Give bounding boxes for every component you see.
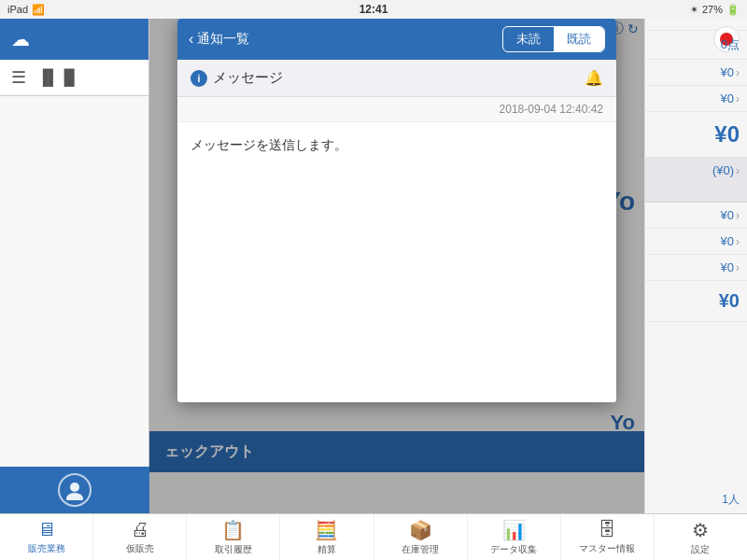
tab-settings-label: 設定	[691, 543, 710, 556]
cloud-icon: ☁	[11, 28, 30, 50]
svg-point-0	[70, 483, 79, 492]
ipad-label: iPad	[7, 4, 28, 15]
tab-data-label: データ収集	[490, 543, 537, 556]
tab-history-label: 取引履歴	[215, 543, 252, 556]
tab-sales-label: 販売業務	[28, 542, 65, 555]
history-icon: 📋	[221, 519, 245, 541]
right-panel: Yo Yo 0点 ¥0 › ¥0 ›	[149, 19, 747, 513]
info-column: 0点 ¥0 › ¥0 › ¥0 (¥0) ›	[644, 19, 747, 513]
data-icon: 📊	[502, 519, 526, 541]
amount5-row: ¥0 ›	[645, 255, 747, 281]
notif-back-button[interactable]: ‹ 通知一覧	[189, 31, 249, 48]
tab-return-label: 仮販売	[126, 542, 154, 555]
amount2-row: ¥0 ›	[645, 86, 747, 112]
hamburger-icon[interactable]: ☰	[11, 67, 26, 88]
wifi-icon: 📶	[32, 4, 45, 16]
tab-return[interactable]: 🖨 仮販売	[93, 514, 187, 560]
battery-label: 27%	[702, 4, 723, 15]
status-bar: iPad 📶 12:41 ✴ 27% 🔋	[0, 0, 747, 19]
tab-history[interactable]: 📋 取引履歴	[187, 514, 280, 560]
tab-data[interactable]: 📊 データ収集	[468, 514, 561, 560]
amount4-row: ¥0 ›	[645, 229, 747, 255]
tab-master-label: マスター情報	[579, 542, 635, 555]
sidebar-icons: ☰ ▐▌▐▌	[0, 60, 148, 96]
bell-icon: 🔔	[585, 69, 603, 87]
calc-icon: 🧮	[315, 519, 338, 541]
tab-inventory[interactable]: 📦 在庫管理	[374, 514, 468, 560]
clock: 12:41	[359, 3, 388, 16]
app: ☁ ☰ ▐▌▐▌ Yo Yo 0点	[0, 19, 747, 560]
notif-message-label: メッセージ	[213, 69, 283, 87]
notification-overlay: ‹ 通知一覧 未読 既読 i メッセージ 🔔	[149, 19, 644, 513]
tab-settings[interactable]: ⚙ 設定	[655, 514, 747, 560]
bottom-left-area	[0, 467, 149, 513]
tab-calc-label: 精算	[317, 543, 336, 556]
back-chevron-icon: ‹	[189, 31, 193, 48]
tab-sales[interactable]: 🖥 販売業務	[0, 514, 93, 560]
amount3-row: ¥0 ›	[645, 203, 747, 229]
svg-point-1	[66, 493, 83, 500]
notif-header: ‹ 通知一覧 未読 既読	[177, 19, 616, 60]
sidebar: ☁ ☰ ▐▌▐▌	[0, 19, 149, 513]
inventory-icon: 📦	[409, 519, 432, 541]
paren-row: (¥0) ›	[645, 158, 747, 184]
battery-icon: 🔋	[726, 4, 740, 16]
notif-body: i メッセージ 🔔 2018-09-04 12:40:42 メッセージを送信しま…	[177, 60, 616, 402]
content-area: ☁ ☰ ▐▌▐▌ Yo Yo 0点	[0, 19, 747, 513]
tab-read[interactable]: 既読	[554, 27, 604, 51]
tab-unread[interactable]: 未読	[503, 27, 554, 51]
tab-bar: 🖥 販売業務 🖨 仮販売 📋 取引履歴 🧮 精算 📦 在庫管理 📊 データ収集 …	[0, 513, 747, 560]
sales-icon: 🖥	[37, 519, 56, 540]
settings-icon: ⚙	[692, 519, 709, 541]
user-avatar[interactable]	[58, 473, 92, 507]
master-icon: 🗄	[598, 519, 616, 540]
notif-timestamp: 2018-09-04 12:40:42	[177, 97, 616, 122]
points-row: 0点	[645, 31, 747, 60]
tab-inventory-label: 在庫管理	[402, 543, 439, 556]
notif-content: メッセージを送信します。	[177, 122, 616, 402]
barcode-icon[interactable]: ▐▌▐▌	[37, 69, 79, 86]
notif-tab-group: 未読 既読	[502, 26, 605, 52]
total-bottom-row: ¥0	[645, 281, 747, 322]
sidebar-header: ☁	[0, 19, 148, 60]
notification-panel: ‹ 通知一覧 未読 既読 i メッセージ 🔔	[177, 19, 616, 402]
amount1-row: ¥0 ›	[645, 60, 747, 86]
bluetooth-icon: ✴	[690, 4, 698, 16]
return-icon: 🖨	[131, 519, 149, 540]
notif-info-icon: i	[190, 70, 207, 87]
notif-message-header: i メッセージ 🔔	[177, 60, 616, 97]
total-large-row: ¥0	[645, 112, 747, 158]
tab-master[interactable]: 🗄 マスター情報	[561, 514, 655, 560]
sidebar-body	[0, 96, 148, 513]
person-count: 1人	[645, 486, 747, 513]
tab-calc[interactable]: 🧮 精算	[280, 514, 374, 560]
